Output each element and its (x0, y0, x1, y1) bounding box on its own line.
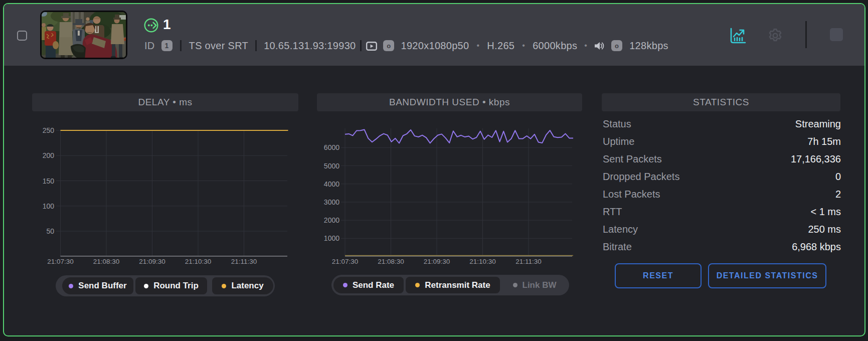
svg-text:21:07:30: 21:07:30 (332, 258, 359, 265)
svg-text:3000: 3000 (324, 198, 339, 206)
svg-text:200: 200 (43, 151, 55, 159)
svg-text:50: 50 (46, 227, 54, 235)
svg-text:6000: 6000 (324, 143, 339, 151)
svg-text:4000: 4000 (324, 180, 339, 188)
svg-text:1000: 1000 (324, 234, 339, 242)
svg-text:100: 100 (43, 202, 55, 210)
svg-text:21:11:30: 21:11:30 (231, 258, 257, 265)
svg-text:250: 250 (43, 126, 55, 134)
svg-text:21:10:30: 21:10:30 (185, 258, 212, 265)
svg-text:21:10:30: 21:10:30 (469, 258, 496, 265)
svg-text:5000: 5000 (324, 162, 339, 170)
svg-text:21:09:30: 21:09:30 (424, 258, 450, 265)
svg-text:2000: 2000 (324, 216, 339, 224)
svg-text:21:11:30: 21:11:30 (515, 258, 542, 265)
svg-text:21:07:30: 21:07:30 (47, 258, 74, 265)
svg-text:150: 150 (43, 177, 55, 185)
svg-text:21:08:30: 21:08:30 (378, 258, 404, 265)
svg-text:21:09:30: 21:09:30 (139, 258, 165, 265)
svg-text:21:08:30: 21:08:30 (93, 258, 120, 265)
